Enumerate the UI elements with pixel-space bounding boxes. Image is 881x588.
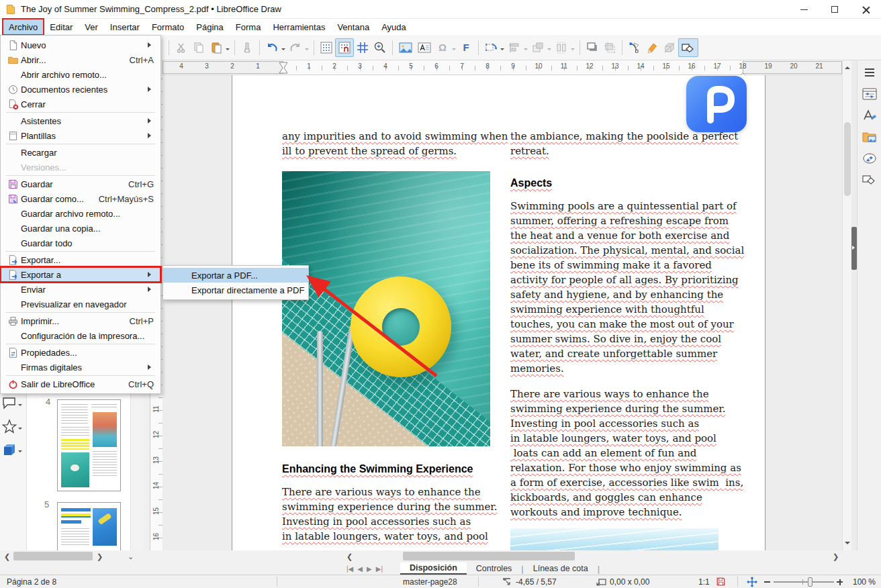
callout-dropdown-caret[interactable] <box>18 404 22 408</box>
zoom-out-icon[interactable] <box>764 581 770 583</box>
zoom-slider[interactable] <box>774 581 834 583</box>
menu-item-exportar-a[interactable]: Exportar a <box>1 267 160 282</box>
stars-dropdown-caret[interactable] <box>18 428 22 432</box>
arrange-icon[interactable] <box>529 38 547 57</box>
document-modified-icon[interactable] <box>716 577 726 587</box>
menu-item-imprimir[interactable]: Imprimir...Ctrl+P <box>1 313 160 328</box>
shapes-icon[interactable] <box>860 170 879 189</box>
arrange-dropdown-caret[interactable] <box>547 48 551 52</box>
close-button[interactable] <box>850 0 881 19</box>
pool-photo[interactable] <box>282 171 490 446</box>
paste-icon[interactable] <box>207 38 225 57</box>
zoom-percent[interactable]: 100 % <box>853 577 876 587</box>
sidebar-collapse-handle[interactable] <box>851 227 857 270</box>
shadow-icon[interactable] <box>584 38 601 57</box>
zoom-in-icon[interactable] <box>837 581 843 583</box>
callout-shapes-icon[interactable] <box>1 396 17 411</box>
tab-controles[interactable]: Controles <box>467 563 522 574</box>
insert-textbox-icon[interactable] <box>415 38 434 57</box>
zoom-icon[interactable] <box>371 38 389 57</box>
scroll-down-icon[interactable] <box>845 542 850 547</box>
align-objects-icon[interactable] <box>506 38 523 57</box>
edit-points-icon[interactable] <box>626 38 643 57</box>
panel-scroll-thumb[interactable] <box>13 552 93 560</box>
scale-factor[interactable]: 1:1 <box>698 577 710 587</box>
page-4-thumbnail[interactable] <box>57 399 121 491</box>
tab-lineas-de-cota[interactable]: Líneas de cota <box>524 563 598 574</box>
horizontal-ruler[interactable]: 4321 123456789101112131415161718192021 <box>163 60 842 75</box>
page-5-thumbnail[interactable] <box>57 502 121 550</box>
zoom-fit-page-icon[interactable] <box>747 577 757 587</box>
cut-icon[interactable] <box>173 38 190 57</box>
paste-dropdown-caret[interactable] <box>226 48 230 52</box>
gallery-icon[interactable] <box>860 128 879 146</box>
menu-item-firmas-digitales[interactable]: Firmas digitales <box>1 360 160 375</box>
transformations-dropdown-caret[interactable] <box>500 48 504 52</box>
submenu-item-exportar-directamente-pdf[interactable]: Exportar directamente a PDF <box>163 283 308 297</box>
undo-icon[interactable] <box>263 38 281 57</box>
menu-ver[interactable]: Ver <box>79 19 104 35</box>
3d-objects-dropdown-caret[interactable] <box>18 450 22 454</box>
sidebar-settings-icon[interactable] <box>860 63 879 82</box>
styles-icon[interactable] <box>860 106 879 125</box>
insert-image-icon[interactable] <box>396 38 415 57</box>
menu-insertar[interactable]: Insertar <box>104 19 146 35</box>
menu-item-guardar-copia[interactable]: Guardar una copia... <box>1 221 160 236</box>
navigator-icon[interactable] <box>860 149 879 168</box>
menu-item-cerrar[interactable]: Cerrar <box>1 97 160 111</box>
menu-item-configuracion-impresora[interactable]: Configuración de la impresora... <box>1 328 160 343</box>
previous-page-icon[interactable]: ◀ <box>357 565 363 573</box>
zoom-slider-thumb[interactable] <box>808 577 813 587</box>
menu-item-abrir-remoto[interactable]: Abrir archivo remoto... <box>1 67 160 82</box>
menu-item-propiedades[interactable]: Propiedades... <box>1 345 160 360</box>
menu-item-abrir[interactable]: Abrir...Ctrl+A <box>1 52 160 67</box>
maximize-button[interactable] <box>819 0 850 19</box>
redo-dropdown-caret[interactable] <box>305 48 309 52</box>
transformations-icon[interactable] <box>482 38 500 57</box>
distribute-dropdown-caret[interactable] <box>571 48 575 52</box>
master-page-name[interactable]: master-page28 <box>403 577 457 587</box>
3d-objects-icon[interactable] <box>1 442 17 458</box>
copy-icon[interactable] <box>190 38 207 57</box>
menu-item-guardar-todo[interactable]: Guardar todo <box>1 236 160 250</box>
canvas-scroll-left-icon[interactable]: ❮ <box>346 553 353 560</box>
vertical-scrollbar[interactable] <box>842 60 851 550</box>
snap-to-grid-icon[interactable] <box>335 38 354 57</box>
crop-image-icon[interactable] <box>601 38 618 57</box>
menu-ayuda[interactable]: Ayuda <box>375 19 412 35</box>
menu-item-guardar-como[interactable]: Guardar como...Ctrl+Mayús+S <box>1 191 160 206</box>
canvas-scroll-right-icon[interactable]: ❯ <box>833 553 839 560</box>
document-canvas[interactable]: any impurities and to avoid swimming whe… <box>163 75 842 550</box>
menu-item-guardar-remoto[interactable]: Guardar archivo remoto... <box>1 206 160 221</box>
menu-item-documentos-recientes[interactable]: Documentos recientes <box>1 82 160 97</box>
menu-editar[interactable]: Editar <box>44 19 79 35</box>
properties-icon[interactable] <box>860 85 879 103</box>
toggle-extrusion-icon[interactable] <box>661 38 678 57</box>
minimize-button[interactable] <box>788 0 819 19</box>
clone-formatting-icon[interactable] <box>238 38 256 57</box>
panel-scroll-left-icon[interactable]: ❮ <box>4 553 10 560</box>
snap-guides-icon[interactable] <box>354 38 371 57</box>
distribute-icon[interactable] <box>553 38 570 57</box>
stars-shapes-icon[interactable] <box>1 419 17 435</box>
menu-item-plantillas[interactable]: Plantillas <box>1 128 160 143</box>
menu-item-exportar[interactable]: Exportar... <box>1 252 160 267</box>
panel-scroll-down-icon[interactable]: ⌄ <box>128 553 134 560</box>
menu-item-recargar[interactable]: Recargar <box>1 145 160 160</box>
menu-item-salir[interactable]: Salir de LibreOfficeCtrl+Q <box>1 377 160 391</box>
show-draw-functions-icon[interactable] <box>678 38 698 57</box>
align-dropdown-caret[interactable] <box>524 48 528 52</box>
fontwork-icon[interactable]: F <box>457 38 475 57</box>
menu-forma[interactable]: Forma <box>230 19 267 35</box>
scroll-up-icon[interactable] <box>845 64 850 69</box>
first-page-icon[interactable]: |◀ <box>346 565 353 573</box>
menu-item-nuevo[interactable]: Nuevo <box>1 38 160 52</box>
special-character-dropdown-caret[interactable] <box>452 48 456 52</box>
menu-formato[interactable]: Formato <box>146 19 190 35</box>
display-grid-icon[interactable] <box>318 38 335 57</box>
undo-dropdown-caret[interactable] <box>281 48 285 52</box>
menu-item-previsualizar[interactable]: Previsualizar en navegador <box>1 297 160 311</box>
menu-item-enviar[interactable]: Enviar <box>1 282 160 297</box>
menu-pagina[interactable]: Página <box>190 19 229 35</box>
canvas-scroll-thumb[interactable] <box>403 552 575 560</box>
